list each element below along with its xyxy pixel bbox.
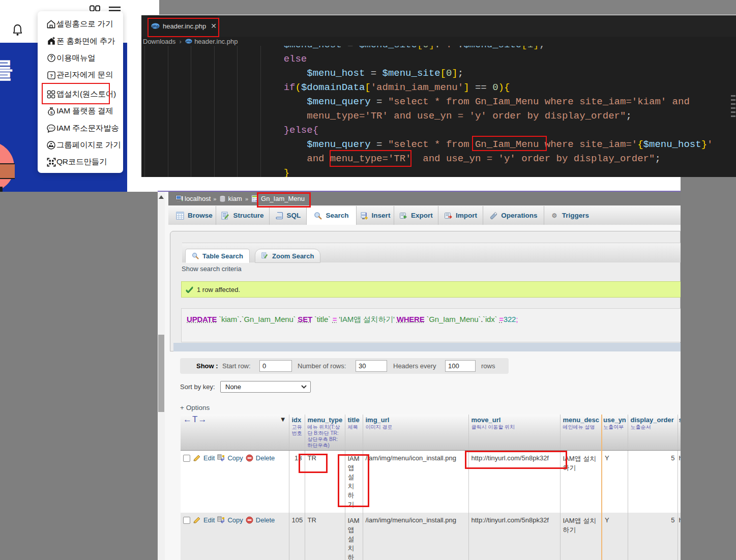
svg-text:⚙: ⚙: [551, 212, 557, 219]
svg-text:S: S: [50, 110, 52, 114]
svg-text:?: ?: [50, 72, 53, 78]
svg-text:?: ?: [49, 55, 52, 61]
svg-text:php: php: [186, 40, 192, 43]
